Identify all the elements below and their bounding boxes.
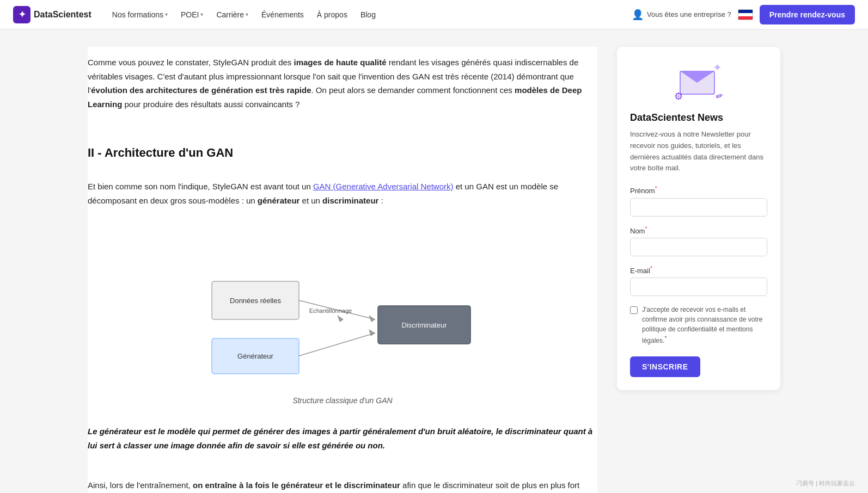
- nav-menu: Nos formations ▾ POEI ▾ Carrière ▾ Événe…: [107, 7, 627, 22]
- star-icon: ✦: [713, 61, 722, 74]
- nav-item-evenements[interactable]: Événements: [256, 7, 309, 22]
- gan-link[interactable]: GAN (Generative Adversarial Network): [313, 182, 454, 191]
- diagram-caption: Structure classique d'un GAN: [292, 396, 392, 405]
- svg-line-7: [299, 333, 375, 356]
- consent-label: J'accepte de recevoir vos e-mails et con…: [642, 305, 767, 346]
- nav-item-poei[interactable]: POEI ▾: [175, 7, 209, 22]
- svg-text:Discriminateur: Discriminateur: [401, 321, 447, 329]
- sidebar-description: Inscrivez-vous à notre Newsletter pour r…: [630, 129, 767, 174]
- envelope-flap-icon: [680, 71, 715, 83]
- sidebar-icon-area: ✦ ⚙ ✏: [630, 60, 767, 103]
- email-field-group: E-mail*: [630, 265, 767, 296]
- nav-item-apropos[interactable]: À propos: [311, 7, 353, 22]
- enterprise-icon: 👤: [632, 9, 644, 21]
- svg-text:Echantillonnage: Echantillonnage: [309, 307, 352, 314]
- svg-text:Générateur: Générateur: [237, 352, 273, 360]
- gear-icon: ⚙: [674, 90, 683, 102]
- email-label: E-mail*: [630, 265, 767, 275]
- blockquote-text: Le générateur est le modèle qui permet d…: [88, 424, 597, 452]
- nom-field-group: Nom*: [630, 225, 767, 256]
- navbar-right: 👤 Vous êtes une entreprise ? Prendre ren…: [632, 5, 855, 24]
- gan-diagram: Données réelles Générateur Echantillonna…: [88, 240, 597, 405]
- paragraph3-section: Ainsi, lors de l'entraînement, on entraî…: [88, 470, 597, 493]
- consent-checkbox[interactable]: [630, 306, 638, 314]
- chevron-down-icon: ▾: [246, 11, 248, 17]
- cta-button[interactable]: Prendre rendez-vous: [760, 5, 855, 24]
- page-layout: Comme vous pouvez le constater, StyleGAN…: [75, 29, 793, 493]
- gan-diagram-svg: Données réelles Générateur Echantillonna…: [201, 249, 484, 379]
- sidebar: ✦ ⚙ ✏ DataScientest News Inscrivez-vous …: [617, 47, 780, 390]
- intro-paragraph: Comme vous pouvez le constater, StyleGAN…: [88, 56, 597, 111]
- pencil-icon: ✏: [714, 90, 725, 102]
- enterprise-link[interactable]: 👤 Vous êtes une entreprise ?: [632, 9, 731, 21]
- prenom-input[interactable]: [630, 198, 767, 217]
- svg-marker-9: [337, 315, 344, 322]
- svg-marker-8: [369, 329, 375, 336]
- newsletter-card: ✦ ⚙ ✏ DataScientest News Inscrivez-vous …: [617, 47, 780, 390]
- paragraph3: Ainsi, lors de l'entraînement, on entraî…: [88, 478, 597, 493]
- logo-icon: ✦: [13, 6, 30, 23]
- nav-item-blog[interactable]: Blog: [355, 7, 381, 22]
- nav-item-carriere[interactable]: Carrière ▾: [211, 7, 254, 22]
- language-flag-icon[interactable]: [738, 9, 753, 20]
- section2-intro-text: Et bien comme son nom l'indique, StyleGA…: [88, 171, 597, 225]
- main-content: Comme vous pouvez le constater, StyleGAN…: [88, 47, 597, 493]
- diagram-svg-wrapper: Données réelles Générateur Echantillonna…: [192, 240, 493, 390]
- watermark: 刁易号 | 时尚玩家岳云: [796, 479, 855, 488]
- svg-text:Données réelles: Données réelles: [230, 297, 281, 305]
- chevron-down-icon: ▾: [165, 11, 168, 17]
- section2-paragraph: Et bien comme son nom l'indique, StyleGA…: [88, 180, 597, 207]
- email-input[interactable]: [630, 278, 767, 296]
- bold-text: images de haute qualité: [294, 58, 387, 67]
- navbar: ✦ DataScientest Nos formations ▾ POEI ▾ …: [0, 0, 868, 29]
- newsletter-icon-graphic: ✦ ⚙ ✏: [674, 60, 723, 103]
- svg-marker-5: [369, 315, 375, 322]
- article-blockquote: Le générateur est le modèle qui permet d…: [88, 420, 597, 461]
- prenom-label: Prénom*: [630, 185, 767, 195]
- logo-text: DataScientest: [34, 10, 91, 20]
- consent-checkbox-row: J'accepte de recevoir vos e-mails et con…: [630, 305, 767, 346]
- discriminateur-bold: discriminateur: [322, 196, 378, 205]
- nom-label: Nom*: [630, 225, 767, 235]
- nav-item-formations[interactable]: Nos formations ▾: [107, 7, 173, 22]
- section2-heading: II - Architecture d'un GAN: [88, 146, 597, 160]
- generateur-bold: générateur: [258, 196, 300, 205]
- chevron-down-icon: ▾: [200, 11, 203, 17]
- bold-text-2: évolution des architectures de génératio…: [91, 85, 311, 95]
- bold-entraîne: on entraîne à la fois le générateur et l…: [193, 480, 400, 490]
- prenom-field-group: Prénom*: [630, 185, 767, 216]
- logo-link[interactable]: ✦ DataScientest: [13, 6, 91, 23]
- subscribe-button[interactable]: S'INSCRIRE: [630, 356, 700, 377]
- intro-section: Comme vous pouvez le constater, StyleGAN…: [88, 47, 597, 128]
- nom-input[interactable]: [630, 238, 767, 256]
- sidebar-title: DataScientest News: [630, 112, 767, 124]
